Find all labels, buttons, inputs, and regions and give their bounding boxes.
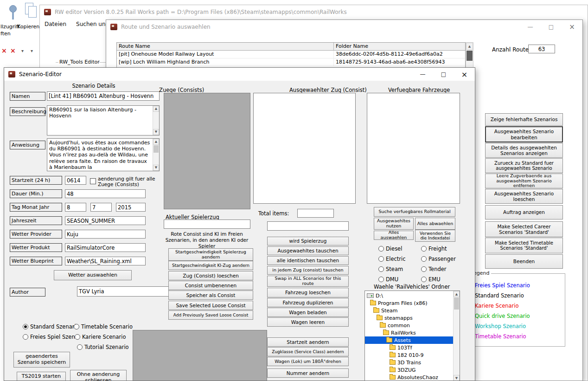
column-route-name[interactable]: Route Name [117,43,334,50]
anzahl-routen-value[interactable]: 63 [528,45,555,53]
btn-zurueck-zu-standard[interactable]: Zurueck zu Standard fuer ausgewaehltes S… [485,158,563,173]
btn-fahrzeug-loeschen[interactable]: Fahrzeug loeschen [267,288,349,297]
btn-szenario-loeschen[interactable]: Ausgewaehltes Szenario loeschen [485,189,563,204]
tree-item[interactable]: Steam [365,307,460,314]
total-items-field[interactable] [297,209,334,218]
startzeit-field[interactable]: 0614 [65,176,86,185]
btn-wagen-beladen[interactable]: Wagen beladen [267,308,349,317]
menu-dateien[interactable]: Dateien [41,19,70,29]
consist-preview-box[interactable] [133,330,267,381]
scroll-up-icon[interactable]: ▲ [153,106,159,112]
radio-electric[interactable] [378,256,384,262]
beschreibung-scrollbar[interactable]: ▲ ▼ [153,106,159,135]
btn-in-jedem-zug-tauschen[interactable]: in jedem Zug (consist) tauschen [267,266,349,275]
scrollbar-thumb[interactable] [454,297,459,310]
jahreszeit-field[interactable]: SEASON_SUMMER [65,216,146,225]
btn-auftrag-anzeigen[interactable]: Auftrag anzeigen [485,205,563,220]
dauer-field[interactable]: 48 [65,189,146,198]
btn-save-selected-loose-consist[interactable]: Save Selected Loose Consist [168,301,253,310]
selected-consist-listbox[interactable] [253,93,356,204]
close-icon[interactable]: × [454,68,475,81]
jahr-field[interactable]: 2015 [116,203,146,212]
radio-emu[interactable] [421,277,427,282]
tree-item[interactable]: 182 010-9 [365,351,460,359]
radio-timetable-scenario[interactable] [74,324,79,329]
aktueller-spielerzug-field[interactable] [164,220,250,229]
folder-name-cell[interactable]: 38de6ddc-020f-4d5b-8112-49e6adf6a0a2 [334,51,465,58]
pin-icon[interactable] [6,4,20,21]
table-row[interactable]: [wip] Loch William Highland Branch 18148… [117,58,465,66]
btn-suche-rollmaterial[interactable]: Suche verfuegbares Rollmaterial [374,207,455,217]
minimize-icon[interactable]: — [520,20,541,34]
btn-ausgewaehltes-nutzen[interactable]: Ausgewaehltes nutzen [374,218,414,230]
tree-scrollbar[interactable]: ▲ ▼ [453,291,460,381]
route-name-cell[interactable]: [pit] Onehouse Model Railway Layout [117,51,334,58]
scroll-up-icon[interactable]: ▲ [153,139,159,145]
radio-kariere-scenario[interactable] [75,334,80,340]
btn-consist-umbenennen[interactable]: Consist umbenennen [168,281,253,290]
aenderung-alle-zuege-checkbox[interactable] [90,178,96,184]
radio-tender[interactable] [421,266,427,272]
btn-fahrzeug-duplizieren[interactable]: Fahrzeug duplizieren [267,298,349,307]
tree-item[interactable]: AbsolutesChaoz [365,374,460,381]
btn-ts2019-starten[interactable]: TS2019 starten [17,372,66,381]
selected-vehicle-field[interactable] [267,221,349,231]
tree-item[interactable]: 103Tf [365,344,460,351]
author-field[interactable]: TGV Lyria [77,286,169,297]
btn-ohne-aenderung-schliessen[interactable]: Ohne aenderung schliessen [70,370,127,381]
wetter-blueprint-field[interactable]: Weather\SL_Raining.xml [65,257,146,265]
beschreibung-field[interactable]: RB60901 sur la liaison Altenburg - Hosve… [47,105,160,136]
table-row[interactable]: [pit] Onehouse Model Railway Layout 38de… [117,51,465,58]
btn-ausgewaehltes-tauschen[interactable]: Ausgewaehltes tauschen [267,246,349,255]
copy-icon[interactable] [24,1,39,20]
btn-wagen-leeren[interactable]: Wagen leeren [267,317,349,327]
btn-nummer-aendern[interactable]: Nummer aendern [267,368,349,378]
scroll-down-icon[interactable]: ▼ [454,375,460,381]
wetter-produkt-field[interactable]: RailSimulatorCore [65,243,146,252]
route-name-cell[interactable]: [wip] Loch William Highland Branch [117,58,334,66]
delete-icon[interactable]: × [1,47,7,54]
radio-steam[interactable] [378,266,384,272]
btn-speicher-als-consist[interactable]: Speicher als Consist [168,291,253,300]
dropdown-icon[interactable]: ▾ [31,48,33,53]
tree-item[interactable]: 3DZUG [365,366,460,374]
namen-field[interactable]: [Lint 41] RB60901 Altenburg - Hosvenn [47,91,160,101]
btn-alles-auswaehlen[interactable]: Alles auswaehlen [374,231,414,240]
radio-standard-szenario[interactable] [23,324,28,329]
scroll-up-icon[interactable]: ▲ [466,43,473,50]
radio-freight[interactable] [421,246,427,252]
folder-name-cell[interactable]: 18148725-9143-46ad-aba6-ae4308f56943 [334,58,465,66]
scrollbar-thumb[interactable] [153,145,159,153]
btn-verwenden-indexdatei[interactable]: Verwenden Sie die Indexdatei [415,230,455,242]
tree-item[interactable]: 3D Trains [365,359,460,366]
btn-beenden[interactable]: Beenden [485,254,563,269]
btn-startzeit-aendern[interactable]: Startzeit aendern [267,337,349,347]
btn-geaendertes-szenario-speichern[interactable]: geaendertes Szenario speichern [13,352,70,368]
btn-add-previously-saved-loose-consist[interactable]: Add Previously Saved Loose Consist [168,310,253,320]
btn-zug-consist-loeschen[interactable]: Zug (Consist) loeschen [168,271,253,280]
scroll-up-icon[interactable]: ▲ [454,291,460,297]
tree-item[interactable]: steamapps [365,314,460,322]
tag-field[interactable]: 8 [65,203,86,212]
monat-field[interactable]: 7 [90,203,112,212]
radio-dmu[interactable] [378,277,384,282]
btn-alle-identischen-tauschen[interactable]: alle identischen tauschen [267,256,349,265]
consists-listbox[interactable] [164,93,250,209]
btn-wetter-auswaehlen[interactable]: Wetter auswaehlen [54,270,132,280]
btn-swap-in-all-scenarios[interactable]: Swap in ALL Scenarios for this route [267,276,349,287]
btn-alles-abwaehlen[interactable]: Alles abwaehlen [415,218,455,230]
btn-wird-spielerzug[interactable]: wird Spielerzug [267,237,349,245]
tree-item[interactable]: RailWorks [365,329,460,336]
close-red-icon[interactable]: × [10,47,16,54]
btn-wagen-180-drehen[interactable]: Wagen (Lok) um 180Â°drehen [267,357,349,366]
wetter-provider-field[interactable]: Kuju [65,230,146,239]
btn-szenario-bearbeiten[interactable]: Ausgewaehltes Szenario bearbeiten [485,126,563,142]
scroll-down-icon[interactable]: ▼ [153,165,159,171]
tree-item-selected[interactable]: Assets [365,336,460,344]
railvehicles-folder-tree[interactable]: D:\ Program Files (x86) Steam steamapps … [364,291,460,381]
anweisung-field[interactable]: Aujourd'hui, vous êtes aux commandes du … [47,138,160,171]
btn-zugklasse-aendern[interactable]: Zugklasse (Service Class) aendern [267,347,349,356]
minimize-icon[interactable]: — [412,68,433,81]
available-vehicles-listbox[interactable] [367,93,460,204]
scroll-down-icon[interactable]: ▼ [153,129,159,135]
